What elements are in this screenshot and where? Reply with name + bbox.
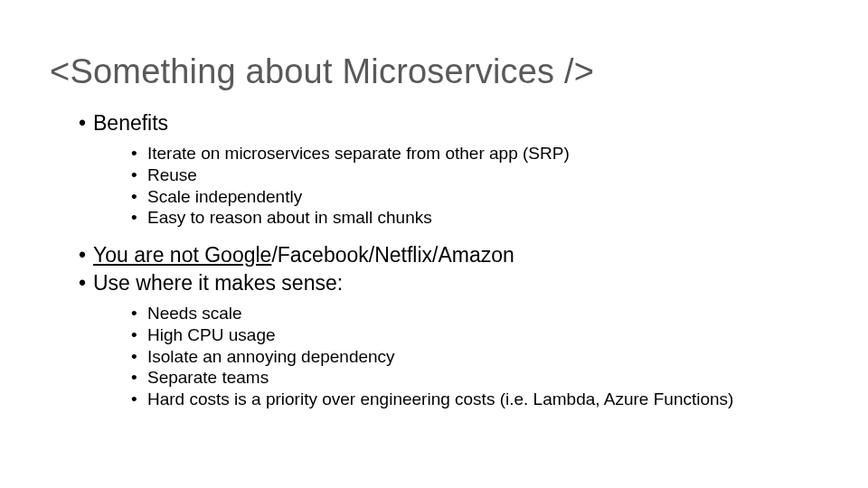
- companies-text: /Facebook/Netflix/Amazon: [271, 243, 514, 267]
- list-item: •Reuse: [131, 164, 818, 186]
- bullet-icon: •: [131, 143, 147, 164]
- item-text: Easy to reason about in small chunks: [147, 208, 432, 227]
- item-text: Separate teams: [147, 368, 269, 387]
- slide-title: <Something about Microservices />: [50, 52, 818, 91]
- heading-text: Benefits: [93, 111, 168, 135]
- bullet-icon: •: [131, 389, 147, 410]
- use-where-heading: •Use where it makes sense:: [79, 269, 818, 297]
- not-google-link[interactable]: You are not Google: [93, 243, 271, 267]
- list-item: •Scale independently: [131, 186, 818, 208]
- use-where-block: •Use where it makes sense: •Needs scale …: [50, 269, 818, 410]
- item-text: Hard costs is a priority over engineerin…: [147, 389, 733, 408]
- heading-text: Use where it makes sense:: [93, 271, 343, 295]
- item-text: Scale independently: [147, 187, 302, 206]
- bullet-icon: •: [131, 367, 147, 389]
- list-item: •Easy to reason about in small chunks: [131, 207, 818, 229]
- list-item: •High CPU usage: [131, 324, 818, 346]
- not-google-line: •You are not Google/Facebook/Netflix/Ama…: [79, 241, 818, 269]
- item-text: Reuse: [147, 165, 197, 184]
- item-text: Iterate on microservices separate from o…: [147, 144, 570, 163]
- list-item: •Hard costs is a priority over engineeri…: [131, 389, 818, 410]
- list-item: •Separate teams: [131, 367, 818, 389]
- slide: <Something about Microservices /> •Benef…: [0, 0, 868, 410]
- bullet-icon: •: [131, 164, 147, 186]
- bullet-icon: •: [79, 241, 93, 269]
- bullet-icon: •: [79, 109, 93, 137]
- list-item: •Iterate on microservices separate from …: [131, 143, 818, 164]
- list-item: •Isolate an annoying dependency: [131, 346, 818, 368]
- bullet-icon: •: [131, 303, 147, 324]
- bullet-icon: •: [131, 346, 147, 368]
- bullet-icon: •: [131, 207, 147, 229]
- bullet-icon: •: [79, 269, 93, 297]
- bullet-icon: •: [131, 324, 147, 346]
- benefits-heading: •Benefits: [79, 109, 818, 137]
- item-text: Isolate an annoying dependency: [147, 347, 395, 366]
- benefits-block: •Benefits •Iterate on microservices sepa…: [50, 109, 818, 229]
- list-item: •Needs scale: [131, 303, 818, 324]
- item-text: Needs scale: [147, 304, 242, 323]
- bullet-icon: •: [131, 186, 147, 208]
- item-text: High CPU usage: [147, 325, 276, 344]
